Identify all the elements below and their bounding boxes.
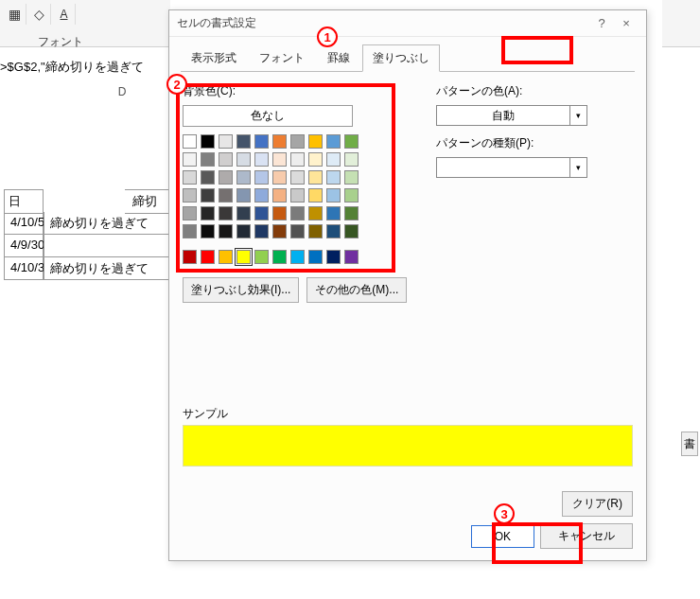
color-swatch[interactable] (290, 188, 305, 203)
col-header-d[interactable]: D (78, 85, 166, 98)
color-swatch[interactable] (219, 152, 233, 167)
color-swatch[interactable] (236, 206, 251, 220)
color-swatch[interactable] (308, 188, 323, 203)
dialog-title: セルの書式設定 (177, 15, 256, 31)
color-swatch[interactable] (254, 250, 269, 264)
color-swatch[interactable] (344, 224, 359, 238)
color-swatch[interactable] (183, 206, 197, 220)
color-swatch[interactable] (201, 170, 215, 185)
color-swatch[interactable] (290, 152, 305, 167)
tab-number-format[interactable]: 表示形式 (181, 44, 247, 72)
help-button[interactable]: ? (589, 16, 614, 30)
table-cell[interactable]: 締め切りを過ぎて (44, 212, 170, 235)
color-swatch[interactable] (290, 206, 305, 220)
color-swatch[interactable] (272, 250, 287, 264)
color-swatch[interactable] (308, 224, 323, 238)
color-swatch[interactable] (183, 134, 197, 149)
color-swatch[interactable] (254, 224, 269, 238)
tab-border[interactable]: 罫線 (317, 44, 360, 72)
pattern-type-select[interactable]: ▾ (436, 157, 587, 178)
side-format-button[interactable]: 書 (681, 432, 698, 456)
pattern-type-label: パターンの種類(P): (436, 135, 633, 151)
color-swatch[interactable] (201, 224, 215, 238)
color-swatch[interactable] (308, 170, 323, 185)
color-swatch[interactable] (308, 134, 323, 149)
color-swatch[interactable] (236, 152, 251, 167)
color-swatch[interactable] (201, 206, 215, 220)
color-swatch[interactable] (254, 152, 269, 167)
color-swatch[interactable] (290, 250, 305, 264)
color-swatch[interactable] (254, 134, 269, 149)
color-swatch[interactable] (344, 250, 359, 264)
close-button[interactable]: × (614, 16, 639, 30)
color-swatch[interactable] (254, 206, 269, 220)
color-swatch[interactable] (308, 250, 323, 264)
color-swatch[interactable] (183, 224, 197, 238)
color-swatch[interactable] (183, 250, 197, 264)
chevron-down-icon[interactable]: ▾ (569, 158, 586, 177)
other-colors-button[interactable]: その他の色(M)... (306, 277, 407, 303)
color-swatch[interactable] (272, 170, 287, 185)
color-swatch[interactable] (344, 152, 359, 167)
color-swatch[interactable] (201, 152, 215, 167)
color-swatch[interactable] (272, 206, 287, 220)
pattern-color-select[interactable]: 自動 ▾ (436, 105, 587, 126)
cancel-button[interactable]: キャンセル (540, 523, 633, 549)
color-swatch[interactable] (219, 206, 233, 220)
table-cell[interactable]: 4/10/3 (4, 257, 44, 280)
color-swatch[interactable] (326, 134, 341, 149)
fill-color-icon[interactable]: ◇ (32, 4, 51, 25)
fill-effects-button[interactable]: 塗りつぶし効果(I)... (183, 277, 299, 303)
color-swatch[interactable] (236, 188, 251, 203)
font-color-icon[interactable]: A (57, 4, 76, 25)
color-swatch[interactable] (344, 206, 359, 220)
color-swatch[interactable] (326, 250, 341, 264)
table-cell[interactable]: 4/10/5 (4, 212, 44, 235)
table-cell[interactable]: 締め切りを過ぎて (44, 257, 170, 280)
color-swatch[interactable] (290, 170, 305, 185)
ok-button[interactable]: OK (471, 525, 534, 548)
table-cell[interactable]: 4/9/30 (4, 235, 44, 257)
color-swatch[interactable] (183, 188, 197, 203)
color-swatch[interactable] (254, 188, 269, 203)
color-swatch[interactable] (272, 152, 287, 167)
table-cell[interactable] (44, 235, 170, 257)
color-swatch[interactable] (326, 152, 341, 167)
color-swatch[interactable] (344, 170, 359, 185)
color-swatch[interactable] (219, 170, 233, 185)
color-swatch[interactable] (219, 250, 233, 264)
color-swatch[interactable] (272, 224, 287, 238)
color-swatch[interactable] (254, 170, 269, 185)
color-swatch[interactable] (272, 134, 287, 149)
border-icon[interactable]: ▦ (8, 4, 26, 25)
color-swatch[interactable] (201, 188, 215, 203)
dialog-titlebar[interactable]: セルの書式設定 ? × (169, 10, 646, 37)
color-swatch[interactable] (344, 188, 359, 203)
color-swatch[interactable] (183, 152, 197, 167)
color-swatch[interactable] (326, 206, 341, 220)
tab-fill[interactable]: 塗りつぶし (362, 44, 440, 72)
color-swatch[interactable] (326, 224, 341, 238)
color-swatch[interactable] (201, 250, 215, 264)
tab-font[interactable]: フォント (249, 44, 315, 72)
color-swatch[interactable] (201, 134, 215, 149)
color-swatch[interactable] (219, 134, 233, 149)
color-swatch[interactable] (183, 170, 197, 185)
color-swatch[interactable] (344, 134, 359, 149)
color-swatch[interactable] (326, 170, 341, 185)
color-swatch[interactable] (236, 224, 251, 238)
color-swatch[interactable] (236, 170, 251, 185)
chevron-down-icon[interactable]: ▾ (569, 106, 586, 125)
color-swatch[interactable] (236, 250, 251, 264)
color-swatch[interactable] (290, 224, 305, 238)
color-swatch[interactable] (219, 224, 233, 238)
color-swatch[interactable] (236, 134, 251, 149)
color-swatch[interactable] (308, 206, 323, 220)
color-swatch[interactable] (272, 188, 287, 203)
color-swatch[interactable] (219, 188, 233, 203)
clear-button[interactable]: クリア(R) (562, 491, 633, 517)
color-swatch[interactable] (326, 188, 341, 203)
color-swatch[interactable] (308, 152, 323, 167)
color-swatch[interactable] (290, 134, 305, 149)
no-color-button[interactable]: 色なし (183, 105, 353, 127)
